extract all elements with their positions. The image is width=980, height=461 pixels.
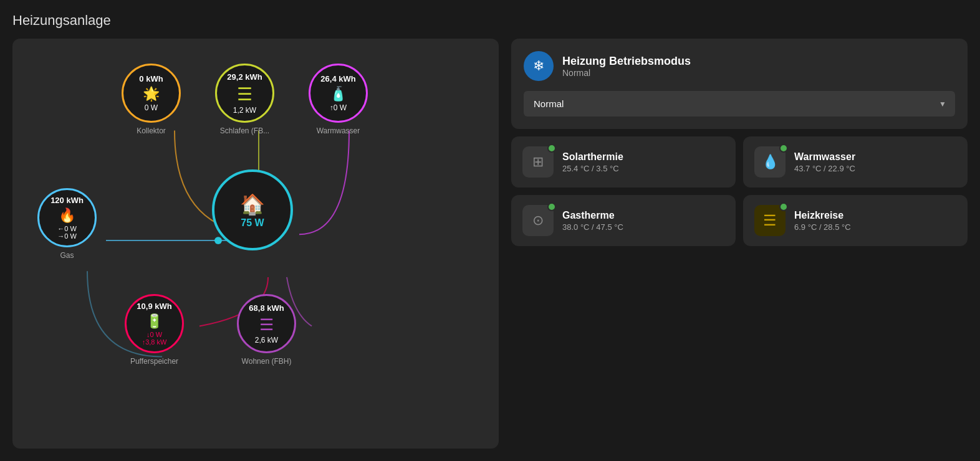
sensor-value-heizkreise: 6.9 °C / 28.5 °C	[794, 222, 851, 232]
sensor-active-badge-warmwasser	[779, 144, 788, 153]
sensor-icon-wrap-heizkreise: ☰	[754, 205, 785, 236]
sensor-value-solarthermie: 25.4 °C / 3.5 °C	[562, 164, 623, 173]
betrieb-select-wrapper[interactable]: Normal Eco Comfort Off ▼	[524, 91, 955, 116]
betrieb-select[interactable]: Normal Eco Comfort Off	[524, 91, 955, 116]
sensor-name-heizkreise: Heizkreise	[794, 210, 851, 221]
sensor-name-solarthermie: Solarthermie	[562, 151, 623, 163]
sensor-card-solarthermie[interactable]: ⊞ Solarthermie 25.4 °C / 3.5 °C	[511, 136, 736, 188]
sensor-active-badge-heizkreise	[779, 202, 788, 211]
page-title: Heizungsanlage	[12, 12, 968, 29]
energy-diagram-panel: 0 kWh 🌟 0 W Kollektor 29,2 kWh ☰ 1,2 kW …	[12, 39, 499, 449]
sensor-active-badge-gastherme	[547, 202, 556, 211]
node-center-house: 🏠 75 W	[212, 169, 293, 250]
sensor-icon-wrap-warmwasser: 💧	[754, 146, 785, 178]
sensor-value-gastherme: 38.0 °C / 47.5 °C	[562, 222, 623, 232]
sensor-card-warmwasser[interactable]: 💧 Warmwasser 43.7 °C / 22.9 °C	[743, 136, 968, 188]
betrieb-icon: ❄	[524, 51, 554, 81]
sensor-value-warmwasser: 43.7 °C / 22.9 °C	[794, 164, 855, 173]
sensor-grid: ⊞ Solarthermie 25.4 °C / 3.5 °C 💧 Warmwa…	[511, 136, 968, 246]
node-schlafen: 29,2 kWh ☰ 1,2 kW Schlafen (FB...	[215, 64, 274, 135]
node-gas: 120 kWh 🔥 ←0 W →0 W Gas	[37, 188, 97, 260]
betriebsmodus-card: ❄ Heizung Betriebsmodus Normal Normal Ec…	[511, 39, 968, 129]
sensor-active-badge-solarthermie	[547, 144, 556, 153]
sensor-icon-heizkreise: ☰	[763, 212, 777, 229]
right-panel: ❄ Heizung Betriebsmodus Normal Normal Ec…	[511, 39, 968, 449]
sensor-icon-wrap-solarthermie: ⊞	[522, 146, 554, 178]
node-wohnen: 68,8 kWh ☰ 2,6 kW Wohnen (FBH)	[237, 294, 296, 366]
sensor-icon-gastherme: ⊙	[532, 212, 544, 229]
sensor-name-warmwasser: Warmwasser	[794, 151, 855, 163]
betrieb-status: Normal	[562, 68, 691, 78]
sensor-icon-warmwasser: 💧	[762, 154, 779, 170]
node-warmwasser: 26,4 kWh 🧴 ↑0 W Warmwasser	[309, 64, 368, 135]
sensor-card-heizkreise[interactable]: ☰ Heizkreise 6.9 °C / 28.5 °C	[743, 195, 968, 246]
betrieb-title: Heizung Betriebsmodus	[562, 55, 691, 68]
sensor-card-gastherme[interactable]: ⊙ Gastherme 38.0 °C / 47.5 °C	[511, 195, 736, 246]
sensor-icon-solarthermie: ⊞	[532, 154, 544, 170]
sensor-name-gastherme: Gastherme	[562, 210, 623, 221]
node-puffer: 10,9 kWh 🔋 ↓0 W ↑3,8 kW Pufferspeicher	[125, 294, 184, 366]
sensor-icon-wrap-gastherme: ⊙	[522, 205, 554, 236]
node-kollektor: 0 kWh 🌟 0 W Kollektor	[122, 64, 181, 135]
